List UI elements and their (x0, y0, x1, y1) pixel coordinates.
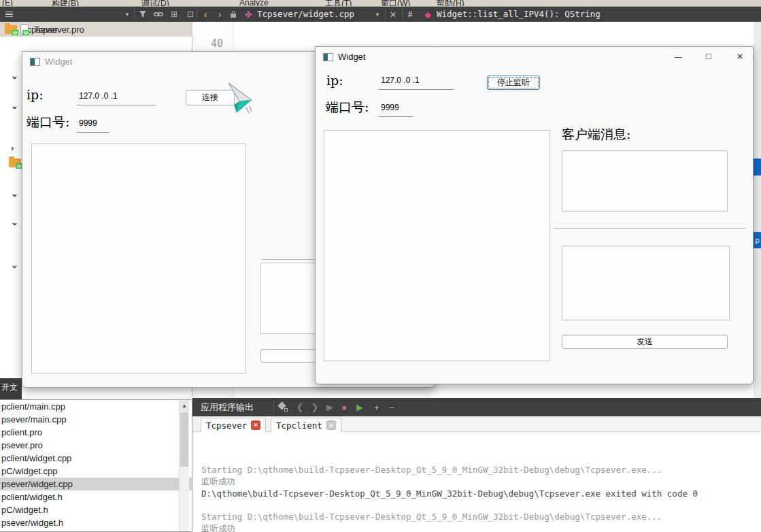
output-tabstrip: Tcpsever ✕ Tcpclient ✕ (192, 416, 761, 432)
open-document-item[interactable]: psever/widget.h (0, 516, 192, 529)
tree-row-label: Tcpsever.pro (34, 24, 84, 35)
document-modified-icon: ✤ (242, 7, 254, 22)
open-documents-corner: 开文 (0, 378, 22, 399)
ip-input[interactable]: 127.0 .0 .1 (379, 76, 454, 90)
filter-icon[interactable] (137, 7, 149, 22)
tree-expander-icon[interactable]: ⌄ (11, 71, 18, 81)
tcpsever-window[interactable]: Widget — □ ✕ ip: 127.0 .0 .1 停止监听 端口号: 9… (315, 46, 754, 384)
ip-label: ip: (326, 73, 343, 88)
open-document-selector[interactable]: Tcpsever/widget.cpp (257, 7, 354, 22)
open-document-item[interactable] (0, 529, 192, 532)
link-with-editor-icon[interactable] (152, 7, 165, 22)
console-line (201, 499, 759, 511)
ip-label: ip: (27, 87, 44, 102)
menu-item[interactable]: 调试(D) (141, 0, 169, 7)
close-button[interactable]: ✕ (730, 50, 750, 63)
open-document-item[interactable]: psever.pro (0, 439, 192, 452)
tree-expander-icon[interactable]: ⌄ (11, 260, 18, 270)
open-document-item[interactable]: psever/widget.cpp (0, 478, 192, 491)
split-icon[interactable]: ⊞ (168, 7, 180, 22)
window-titlebar[interactable]: Widget — □ ✕ (316, 47, 753, 67)
open-document-item[interactable]: pclient/widget.h (0, 491, 192, 503)
minimize-panel-icon[interactable]: － (385, 398, 399, 416)
menu-item[interactable]: 帮助(H) (437, 0, 464, 7)
console-line: Starting D:\qthome\build-Tcpsever-Deskto… (201, 464, 759, 476)
line-number-icon[interactable]: # (405, 7, 416, 22)
next-item-icon[interactable]: ❯ (308, 398, 322, 416)
editor-scroll-strip[interactable]: p (754, 22, 761, 398)
menu-bar: (E)构建(B)调试(D)Analyze工具(T)窗口(W)帮助(H) (0, 0, 761, 7)
folder-icon: Qt (9, 159, 21, 167)
close-document-icon[interactable]: ✕ (388, 7, 399, 22)
document-dropdown-icon[interactable]: ▾ (373, 7, 382, 22)
open-document-item[interactable]: pC/widget.cpp (0, 465, 192, 478)
go-back-icon[interactable]: ‹ (199, 7, 212, 22)
code-line: 40 } (193, 24, 710, 37)
port-label: 端口号: (326, 99, 369, 116)
open-document-item[interactable]: pC/widget.h (0, 503, 192, 516)
console-line: 监听成功 (201, 476, 759, 487)
open-documents-popup: pclient/main.cpp psever/main.cpp pclient… (0, 399, 192, 532)
project-pane-menu-icon[interactable] (3, 7, 14, 22)
tree-expander-icon[interactable]: ⌄ (11, 188, 18, 199)
menu-item[interactable]: Analyze (239, 0, 269, 7)
tree-expander-icon[interactable]: ⌄ (11, 101, 18, 111)
filter-dropdown-icon[interactable]: ▾ (122, 7, 132, 22)
client-message-area[interactable] (562, 150, 728, 212)
close-pane-icon[interactable]: ⊡ (184, 7, 197, 22)
open-document-item[interactable]: psever/main.cpp (0, 413, 192, 426)
tab-close-icon[interactable]: ✕ (326, 420, 336, 430)
run-project-icon[interactable]: ▶ (353, 398, 367, 416)
ip-input[interactable]: 127.0 .0 .1 (77, 91, 156, 105)
tab-close-icon[interactable]: ✕ (251, 420, 260, 430)
tree-expander-icon[interactable]: ⌄ (11, 217, 18, 227)
send-button[interactable]: 发送 (562, 335, 728, 349)
symbol-selector[interactable]: Widget::list_all_IPV4(): QString (437, 7, 601, 22)
scroll-mark (754, 159, 761, 176)
console-line: D:\qthome\build-Tcpsever-Desktop_Qt_5_9_… (201, 488, 759, 499)
window-title: Widget (45, 56, 72, 67)
qt-file-icon: Qt (20, 24, 29, 35)
symbol-icon: ◆ (422, 7, 434, 22)
tree-expander-icon[interactable]: › (11, 143, 14, 153)
window-title: Widget (338, 52, 365, 62)
prev-item-icon[interactable]: ❮ (293, 398, 307, 416)
go-forward-icon[interactable]: › (214, 7, 226, 22)
maximize-panel-icon[interactable]: ＋ (370, 398, 384, 416)
open-document-item[interactable]: pclient/main.cpp (0, 400, 192, 413)
scroll-up-icon[interactable]: ▲ (180, 401, 189, 411)
open-document-item[interactable]: pclient/widget.cpp (0, 452, 192, 465)
output-console[interactable]: Starting D:\qthome\build-Tcpsever-Deskto… (201, 433, 759, 532)
menu-item[interactable]: 构建(B) (52, 0, 79, 7)
window-icon (323, 53, 333, 61)
client-message-label: 客户端消息: (562, 126, 630, 144)
message-display-area[interactable] (31, 144, 246, 373)
menu-item[interactable]: 窗口(W) (381, 0, 410, 7)
filelist-scrollbar[interactable]: ▲ (179, 400, 189, 532)
open-document-item[interactable]: pclient.pro (0, 426, 192, 439)
menu-item[interactable]: 工具(T) (325, 0, 352, 7)
tree-row[interactable]: Qt Tcpsever.pro (0, 22, 192, 37)
port-input[interactable]: 9999 (77, 118, 109, 133)
main-toolbar: ▾ ⊞ ⊡ ‹ › ✤ Tcpsever/widget.cpp ▾ ✕ # ◆ … (0, 7, 761, 22)
port-input[interactable]: 9999 (379, 103, 413, 117)
application-output-panel: 应用程序输出 ❮ ❯ ▶ ■ ▶ ＋ － Tcpsever ✕ Tcpclien… (192, 398, 761, 532)
tab-label: Tcpsever (206, 420, 247, 431)
console-line: Starting D:\qthome\build-Tcpsever-Deskto… (201, 511, 759, 522)
separator (554, 228, 746, 229)
stop-listen-button[interactable]: 停止监听 (487, 76, 540, 90)
output-title: 应用程序输出 (201, 401, 254, 414)
stop-run-icon[interactable]: ■ (337, 398, 351, 416)
scroll-mark: p (754, 232, 761, 248)
minimize-button[interactable]: — (668, 50, 688, 63)
maximize-button[interactable]: □ (698, 50, 719, 63)
clear-output-icon[interactable] (276, 398, 290, 416)
tab-label: Tcpclient (276, 420, 322, 431)
send-text-area[interactable] (562, 246, 730, 320)
output-tab-tcpclient[interactable]: Tcpclient ✕ (271, 418, 341, 432)
message-display-area[interactable] (324, 130, 550, 361)
menu-item[interactable]: (E) (2, 0, 13, 7)
rerun-icon[interactable]: ▶ (323, 398, 337, 416)
output-tab-tcpsever[interactable]: Tcpsever ✕ (201, 418, 266, 432)
scroll-thumb[interactable] (180, 412, 188, 467)
